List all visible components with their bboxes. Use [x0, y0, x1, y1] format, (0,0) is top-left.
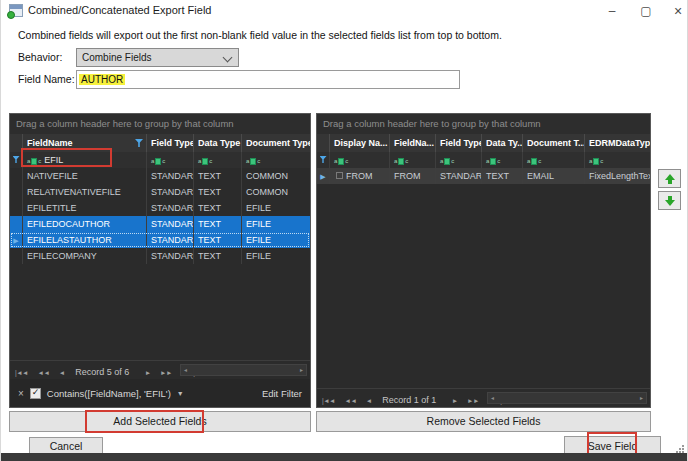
cell-documenttype: EFILE [242, 232, 310, 248]
cell-datatype: TEXT [194, 216, 242, 232]
scroll-left-icon[interactable]: ◄ [183, 365, 188, 376]
table-row-selected[interactable]: EFILEDOCAUTHOR STANDARD TEXT EFILE [10, 216, 310, 232]
filter-dropdown-icon[interactable]: ▼ [177, 390, 184, 397]
edrmdatatype-filter-cell[interactable] [585, 152, 650, 168]
resize-grip[interactable] [676, 444, 685, 453]
left-grid-pager: |◄◄ ◄◄ ◄ Record 5 of 6 ► ►► ►►| ◄ ► [10, 360, 310, 379]
horizontal-scrollbar[interactable]: ◄ ► [487, 392, 647, 404]
record-count-label: Record 1 of 1 [382, 395, 436, 405]
current-row-arrow-icon: ▶ [13, 237, 18, 244]
table-row[interactable]: NATIVEFILE STANDARD TEXT COMMON [10, 168, 310, 184]
field-name-input[interactable]: AUTHOR [76, 70, 460, 89]
cell-fieldname: EFILETITLE [23, 200, 147, 216]
cell-datatype: TEXT [194, 184, 242, 200]
column-header-fieldname[interactable]: FieldNa... [390, 134, 436, 152]
scroll-right-icon[interactable]: ► [639, 393, 644, 404]
contains-filter-icon [589, 153, 603, 168]
remove-filter-icon[interactable]: × [18, 388, 24, 399]
pager-prev-button[interactable]: ◄ [59, 369, 65, 376]
contains-filter-icon [246, 153, 260, 168]
column-header-documenttype[interactable]: Document Type [242, 134, 310, 152]
datatype-filter-cell[interactable] [194, 152, 242, 168]
contains-filter-icon [527, 153, 541, 168]
checkbox-icon[interactable] [336, 172, 343, 179]
filter-enabled-checkbox[interactable] [30, 388, 41, 399]
fieldtype-filter-cell[interactable] [147, 152, 194, 168]
table-row-focused[interactable]: ▶ EFILELASTAUTHOR STANDARD TEXT EFILE [10, 232, 310, 248]
scroll-right-icon[interactable]: ► [299, 365, 304, 376]
pager-first-button[interactable]: |◄◄ [15, 369, 28, 376]
pager-prev-page-button[interactable]: ◄◄ [38, 369, 50, 376]
cell-fieldname: RELATIVENATIVEFILE [23, 184, 147, 200]
behavior-selected-value: Combine Fields [82, 52, 151, 63]
cell-fieldtype: STANDARD [147, 184, 194, 200]
move-up-button[interactable] [658, 169, 681, 188]
title-bar: Combined/Concatenated Export Field – ▢ × [1, 0, 688, 22]
cell-datatype: TEXT [194, 248, 242, 264]
column-header-fieldtype[interactable]: Field Type [147, 134, 194, 152]
cell-fieldname: EFILELASTAUTHOR [23, 232, 147, 248]
cell-documenttype: COMMON [242, 168, 310, 184]
chevron-down-icon [223, 53, 233, 63]
annotation-box-efil-filter [21, 148, 112, 167]
current-row-arrow-icon: ▶ [320, 173, 325, 180]
field-name-label: Field Name: [18, 73, 75, 85]
horizontal-scrollbar[interactable]: ◄ ► [180, 364, 307, 376]
fieldname-filter-cell[interactable] [390, 152, 436, 168]
row-indicator [10, 168, 23, 184]
pager-prev-button[interactable]: ◄ [366, 397, 372, 404]
filter-funnel-icon[interactable] [135, 139, 143, 147]
documenttype-filter-cell[interactable] [523, 152, 585, 168]
cell-datatype: TEXT [194, 232, 242, 248]
cell-fieldname: FROM [390, 168, 436, 184]
column-header-displayname[interactable]: Display Na... [330, 134, 390, 152]
displayname-filter-cell[interactable] [330, 152, 390, 168]
table-row[interactable]: EFILETITLE STANDARD TEXT EFILE [10, 200, 310, 216]
funnel-icon [13, 156, 20, 163]
column-header-datatype[interactable]: Data Type [194, 134, 242, 152]
pager-next-page-button[interactable]: ►► [467, 397, 479, 404]
pager-prev-page-button[interactable]: ◄◄ [345, 397, 357, 404]
table-row[interactable]: RELATIVENATIVEFILE STANDARD TEXT COMMON [10, 184, 310, 200]
cell-datatype: TEXT [194, 200, 242, 216]
right-grid-filter-row [317, 152, 650, 169]
pager-first-button[interactable]: |◄◄ [322, 397, 335, 404]
behavior-label: Behavior: [18, 51, 62, 63]
row-indicator: ▶ [10, 232, 23, 248]
column-header-documenttype[interactable]: Document T... [523, 134, 585, 152]
row-indicator [10, 184, 23, 200]
cell-fieldtype: STANDARD [147, 168, 194, 184]
edit-filter-link[interactable]: Edit Filter [262, 388, 302, 399]
right-grid-pager: |◄◄ ◄◄ ◄ Record 1 of 1 ► ►► ►►| ◄ ► [317, 388, 650, 407]
contains-filter-icon [440, 153, 454, 168]
datatype-filter-cell[interactable] [482, 152, 523, 168]
column-header-edrmdatatype[interactable]: EDRMDataType [585, 134, 650, 152]
table-row-selected[interactable]: ▶ FROM FROM STANDARD TEXT EMAIL FixedLen… [317, 168, 650, 184]
pager-next-button[interactable]: ► [452, 397, 458, 404]
remove-selected-fields-button[interactable]: Remove Selected Fields [316, 411, 651, 432]
contains-filter-icon [486, 153, 500, 168]
documenttype-filter-cell[interactable] [242, 152, 310, 168]
move-down-button[interactable] [658, 191, 681, 210]
window-title: Combined/Concatenated Export Field [28, 4, 211, 16]
behavior-select[interactable]: Combine Fields [76, 48, 239, 67]
cell-fieldtype: STANDARD [436, 168, 482, 184]
contains-filter-icon [334, 153, 348, 168]
right-grid-header-row: Display Na... FieldNa... Field Type Data… [317, 134, 650, 153]
contains-filter-icon [394, 153, 408, 168]
table-row[interactable]: EFILECOMPANY STANDARD TEXT EFILE [10, 248, 310, 264]
maximize-button[interactable]: ▢ [631, 0, 661, 22]
filter-summary-bar: × Contains([FieldName], 'EFIL') ▼ Edit F… [10, 379, 310, 407]
pager-next-button[interactable]: ► [145, 369, 151, 376]
scroll-left-icon[interactable]: ◄ [490, 393, 495, 404]
fieldtype-filter-cell[interactable] [436, 152, 482, 168]
cell-documenttype: EMAIL [523, 168, 585, 184]
column-header-datatype[interactable]: Data Ty... [482, 134, 523, 152]
minimize-button[interactable]: – [597, 0, 627, 22]
column-header-fieldtype[interactable]: Field Type [436, 134, 482, 152]
pager-next-page-button[interactable]: ►► [160, 369, 172, 376]
dialog-description: Combined fields will export out the firs… [18, 29, 502, 41]
contains-filter-icon [151, 153, 165, 168]
filter-expression[interactable]: Contains([FieldName], 'EFIL') [47, 388, 171, 399]
close-button[interactable]: × [663, 0, 688, 22]
